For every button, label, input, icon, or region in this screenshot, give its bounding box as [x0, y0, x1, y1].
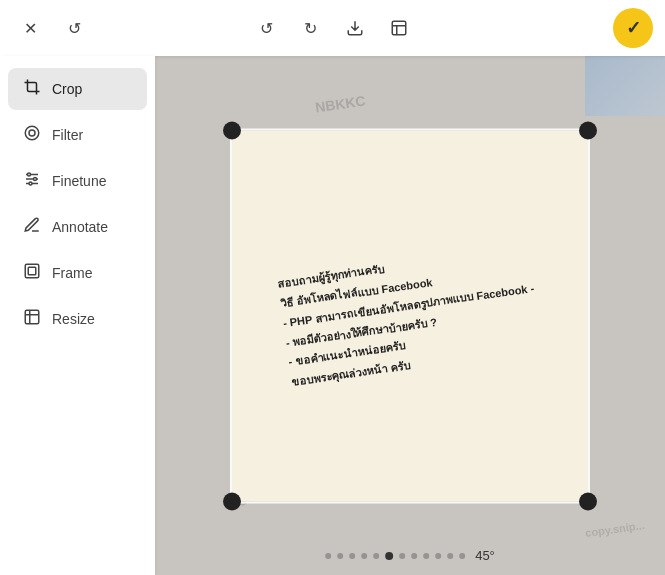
redo-button[interactable]: ↻ — [293, 10, 329, 46]
sidebar-item-finetune[interactable]: Finetune — [8, 160, 147, 202]
svg-point-6 — [28, 173, 31, 176]
svg-rect-9 — [25, 264, 39, 278]
dot-5 — [373, 553, 379, 559]
canvas-area: NBKKC ภาพแบบ Facebook ประกาศ(1) ความคิด(… — [155, 56, 665, 575]
rotation-label: 45° — [475, 548, 495, 563]
close-button[interactable]: ✕ — [12, 10, 48, 46]
toolbar-center-actions: ↺ ↻ — [249, 10, 417, 46]
svg-point-2 — [29, 130, 35, 136]
crop-handle-bottom-right[interactable] — [579, 492, 597, 510]
svg-rect-10 — [28, 267, 36, 275]
crop-handle-top-right[interactable] — [579, 121, 597, 139]
sidebar-frame-label: Frame — [52, 265, 92, 281]
annotate-icon — [22, 216, 42, 238]
sidebar-item-filter[interactable]: Filter — [8, 114, 147, 156]
top-toolbar: ✕ ↺ ↺ ↻ ✓ — [0, 0, 665, 56]
dot-4 — [361, 553, 367, 559]
sidebar-finetune-label: Finetune — [52, 173, 106, 189]
bg-watermark-6: copy.snip... — [585, 519, 646, 539]
sidebar-item-resize[interactable]: Resize — [8, 298, 147, 340]
document-text: สอบถามผู้รู้ทุกท่านครับ วิธี อัพโหลดไฟล์… — [265, 228, 555, 403]
resize-icon — [22, 308, 42, 330]
dot-2 — [337, 553, 343, 559]
aspect-button[interactable] — [381, 10, 417, 46]
reset-button[interactable]: ↺ — [56, 10, 92, 46]
dot-7 — [399, 553, 405, 559]
document-background: สอบถามผู้รู้ทุกท่านครับ วิธี อัพโหลดไฟล์… — [232, 130, 588, 501]
sidebar-annotate-label: Annotate — [52, 219, 108, 235]
crop-handle-top-left[interactable] — [223, 121, 241, 139]
sidebar-item-crop[interactable]: Crop — [8, 68, 147, 110]
thumbnail-bg — [585, 56, 665, 116]
dot-6-active — [385, 552, 393, 560]
sidebar-item-annotate[interactable]: Annotate — [8, 206, 147, 248]
confirm-button[interactable]: ✓ — [613, 8, 653, 48]
confirm-icon: ✓ — [626, 17, 641, 39]
sidebar-resize-label: Resize — [52, 311, 95, 327]
crop-icon — [22, 78, 42, 100]
dot-1 — [325, 553, 331, 559]
aspect-icon — [390, 19, 408, 37]
dot-11 — [447, 553, 453, 559]
svg-rect-0 — [392, 21, 406, 35]
download-button[interactable] — [337, 10, 373, 46]
crop-handle-bottom-left[interactable] — [223, 492, 241, 510]
undo-button[interactable]: ↺ — [249, 10, 285, 46]
dot-9 — [423, 553, 429, 559]
sidebar-crop-label: Crop — [52, 81, 82, 97]
svg-point-8 — [29, 182, 32, 185]
svg-rect-11 — [25, 310, 39, 324]
svg-point-7 — [34, 178, 37, 181]
dot-10 — [435, 553, 441, 559]
finetune-icon — [22, 170, 42, 192]
sidebar-item-frame[interactable]: Frame — [8, 252, 147, 294]
dot-8 — [411, 553, 417, 559]
crop-inner: สอบถามผู้รู้ทุกท่านครับ วิธี อัพโหลดไฟล์… — [232, 130, 588, 501]
filter-icon — [22, 124, 42, 146]
left-sidebar: Crop Filter Finetune Annotate — [0, 56, 155, 575]
dot-12 — [459, 553, 465, 559]
frame-icon — [22, 262, 42, 284]
sidebar-spacer — [8, 344, 147, 563]
sidebar-filter-label: Filter — [52, 127, 83, 143]
rotation-bar: 45° — [325, 548, 495, 563]
dot-3 — [349, 553, 355, 559]
bg-watermark-1: NBKKC — [314, 93, 366, 116]
svg-point-1 — [25, 126, 39, 140]
download-icon — [346, 19, 364, 37]
crop-box: สอบถามผู้รู้ทุกท่านครับ วิธี อัพโหลดไฟล์… — [230, 128, 590, 503]
